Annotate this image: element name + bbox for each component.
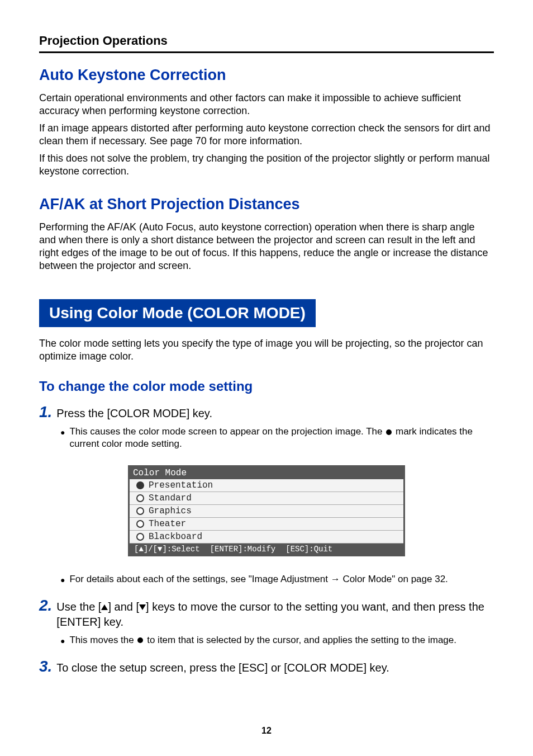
footer-select-label: :Select (167, 545, 200, 554)
para-color-mode-desc: The color mode setting lets you specify … (39, 337, 494, 363)
step-2-bullet-text: This moves the to item that is selected … (69, 634, 456, 646)
footer-select: [▲]/[▼]:Select (134, 545, 200, 554)
radio-filled-icon (136, 481, 144, 489)
step-2-bullet-a: This moves the (69, 635, 136, 645)
menu-title: Color Mode (130, 467, 403, 479)
menu-item-theater[interactable]: Theater (130, 518, 403, 531)
step-2-bullet-b: to item that is selected by the cursor, … (147, 635, 456, 645)
menu-item-graphics[interactable]: Graphics (130, 505, 403, 518)
color-mode-menu: Color Mode Presentation Standard Graphic… (128, 465, 405, 556)
radio-empty-icon (136, 520, 144, 528)
bullet-icon: ● (60, 636, 65, 646)
para-afak: Performing the AF/AK (Auto Focus, auto k… (39, 221, 494, 272)
menu-item-presentation[interactable]: Presentation (130, 479, 403, 492)
step-1-bullet-text: This causes the color mode screen to app… (69, 426, 494, 450)
radio-empty-icon (136, 507, 144, 515)
filled-circle-icon (137, 637, 143, 643)
step-2: 2. Use the [] and [] keys to move the cu… (39, 598, 494, 630)
step-3-text: To close the setup screen, press the [ES… (56, 660, 389, 675)
radio-empty-icon (136, 533, 144, 541)
step-2-number: 2. (39, 598, 52, 613)
step-1-bullet-a: This causes the color mode screen to app… (69, 426, 385, 437)
page-header: Projection Operations (39, 34, 494, 48)
radio-empty-icon (136, 494, 144, 502)
menu-item-label: Standard (149, 493, 192, 503)
step-2-text: Use the [] and [] keys to move the curso… (56, 599, 494, 630)
step-1-number: 1. (39, 404, 52, 420)
menu-item-label: Blackboard (149, 532, 202, 542)
heading-afak: AF/AK at Short Projection Distances (39, 196, 494, 213)
para-auto-keystone-1: Certain operational environments and oth… (39, 92, 494, 117)
step-1-bullet: ● This causes the color mode screen to a… (60, 426, 494, 450)
bullet-icon: ● (60, 575, 65, 585)
step-2-bullet: ● This moves the to item that is selecte… (60, 634, 494, 646)
step-2-text-a: Use the [ (56, 601, 101, 613)
footer-modify: [ENTER]:Modify (210, 545, 276, 554)
step-3: 3. To close the setup screen, press the … (39, 659, 494, 675)
step-1: 1. Press the [COLOR MODE] key. (39, 404, 494, 421)
up-arrow-icon (101, 604, 108, 610)
step-1-bullet-details: ● For details about each of the settings… (60, 573, 494, 585)
bullet-icon: ● (60, 427, 65, 450)
document-page: Projection Operations Auto Keystone Corr… (0, 0, 533, 756)
section-title: Projection Operations (39, 34, 168, 48)
menu-item-standard[interactable]: Standard (130, 492, 403, 505)
menu-item-label: Graphics (149, 506, 192, 516)
down-arrow-icon (139, 604, 146, 610)
menu-item-blackboard[interactable]: Blackboard (130, 531, 403, 544)
menu-item-label: Theater (149, 519, 186, 529)
para-auto-keystone-2: If an image appears distorted after perf… (39, 122, 494, 148)
step-1-details-text: For details about each of the settings, … (69, 573, 448, 585)
step-1-text: Press the [COLOR MODE] key. (56, 406, 212, 421)
step-2-text-mid: ] and [ (108, 601, 139, 613)
page-number: 12 (0, 726, 533, 736)
menu-item-label: Presentation (149, 480, 213, 490)
para-auto-keystone-3: If this does not solve the problem, try … (39, 152, 494, 178)
menu-footer: [▲]/[▼]:Select [ENTER]:Modify [ESC]:Quit (130, 544, 403, 555)
filled-circle-icon (386, 429, 392, 435)
heading-change-color-mode: To change the color mode setting (39, 379, 494, 394)
header-rule (39, 51, 494, 53)
heading-auto-keystone: Auto Keystone Correction (39, 67, 494, 84)
footer-quit: [ESC]:Quit (285, 545, 332, 554)
step-3-number: 3. (39, 659, 52, 674)
heading-color-mode-box: Using Color Mode (COLOR MODE) (39, 299, 316, 327)
